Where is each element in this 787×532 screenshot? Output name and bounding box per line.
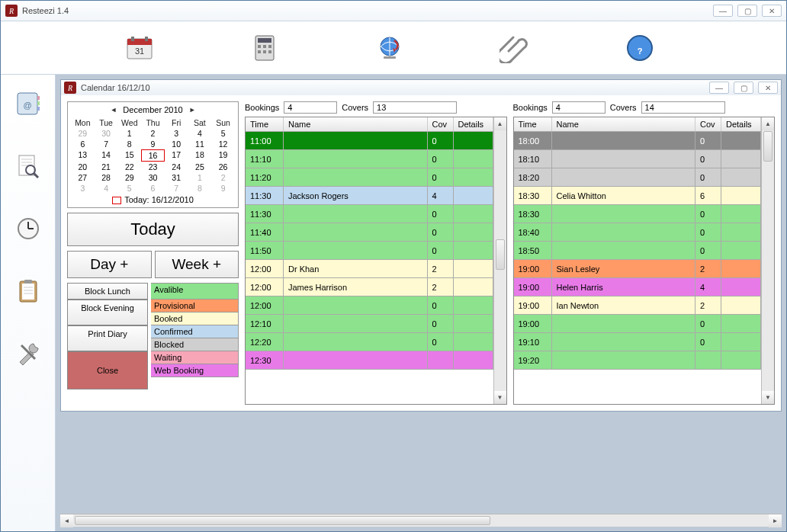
attachment-tool-icon[interactable]	[498, 31, 532, 65]
close-window-button[interactable]: ✕	[762, 5, 782, 17]
day-cell[interactable]: 31	[165, 172, 188, 183]
booking-row[interactable]: 19:00Helen Harris4	[514, 278, 762, 296]
sub-minimize-button[interactable]: —	[709, 82, 729, 94]
booking-row[interactable]: 11:300	[246, 205, 493, 223]
day-cell[interactable]: 8	[117, 139, 141, 149]
day-cell[interactable]: 19	[211, 149, 235, 162]
scroll-up-button[interactable]: ▲	[494, 117, 506, 130]
day-cell[interactable]: 2	[211, 172, 235, 183]
day-cell[interactable]: 17	[165, 149, 188, 162]
prev-month-button[interactable]: ◄	[110, 106, 117, 114]
next-month-button[interactable]: ►	[189, 106, 196, 114]
day-plus-button[interactable]: Day +	[67, 251, 152, 278]
contacts-icon[interactable]: @	[13, 88, 43, 119]
day-cell[interactable]: 10	[165, 139, 188, 149]
day-cell[interactable]: 5	[211, 128, 235, 139]
day-cell[interactable]: 13	[71, 149, 95, 162]
booking-row[interactable]: 19:000	[514, 315, 762, 333]
booking-row[interactable]: 19:20	[514, 351, 762, 370]
day-cell[interactable]: 30	[95, 128, 118, 139]
booking-row[interactable]: 12:200	[246, 333, 493, 351]
day-cell[interactable]: 12	[211, 139, 235, 149]
sub-close-button[interactable]: ✕	[758, 82, 778, 94]
booking-row[interactable]: 12:00James Harrison2	[246, 278, 493, 296]
scroll-up-button[interactable]: ▲	[762, 117, 774, 130]
block-evening-button[interactable]: Block Evening	[67, 300, 148, 325]
booking-row[interactable]: 11:100	[246, 150, 493, 168]
today-indicator[interactable]: Today: 16/12/2010	[71, 194, 235, 204]
day-cell[interactable]: 21	[95, 162, 118, 172]
scroll-down-button[interactable]: ▼	[494, 391, 506, 404]
booking-row[interactable]: 19:00Ian Newton2	[514, 296, 762, 315]
booking-row[interactable]: 11:500	[246, 242, 493, 260]
day-cell[interactable]: 9	[211, 183, 235, 194]
today-button[interactable]: Today	[67, 213, 239, 246]
scroll-thumb[interactable]	[763, 131, 773, 162]
right-covers-input[interactable]	[641, 101, 725, 114]
day-cell[interactable]: 27	[71, 172, 95, 183]
minimize-button[interactable]: —	[713, 5, 733, 17]
booking-row[interactable]: 18:300	[514, 205, 762, 223]
clipboard-icon[interactable]	[13, 276, 43, 306]
day-cell[interactable]: 20	[71, 162, 95, 172]
booking-row[interactable]: 18:100	[514, 150, 762, 168]
booking-row[interactable]: 19:00Sian Lesley2	[514, 260, 762, 278]
booking-row[interactable]: 18:200	[514, 168, 762, 187]
day-cell[interactable]: 24	[165, 162, 188, 172]
day-cell[interactable]: 3	[165, 128, 188, 139]
left-scrollbar[interactable]: ▲ ▼	[493, 117, 506, 404]
col-time[interactable]: Time	[246, 117, 284, 131]
day-cell[interactable]: 7	[165, 183, 188, 194]
block-lunch-button[interactable]: Block Lunch	[67, 283, 148, 300]
day-cell[interactable]: 2	[141, 128, 165, 139]
booking-row[interactable]: 18:000	[514, 132, 762, 150]
close-button[interactable]: Close	[67, 351, 148, 389]
day-cell[interactable]: 7	[95, 139, 118, 149]
col-name[interactable]: Name	[552, 117, 696, 131]
day-cell[interactable]: 5	[117, 183, 141, 194]
maximize-button[interactable]: ▢	[737, 5, 757, 17]
booking-row[interactable]: 18:500	[514, 242, 762, 260]
day-cell[interactable]: 9	[141, 139, 165, 149]
day-cell[interactable]: 16	[141, 149, 165, 162]
clock-icon[interactable]	[13, 213, 43, 244]
booking-row[interactable]: 19:100	[514, 333, 762, 351]
right-bookings-input[interactable]	[552, 101, 606, 114]
scroll-left-button[interactable]: ◄	[60, 514, 73, 527]
booking-row[interactable]: 12:00Dr Khan2	[246, 260, 493, 278]
h-scroll-thumb[interactable]	[75, 516, 490, 525]
help-tool-icon[interactable]: ?	[623, 31, 657, 65]
day-cell[interactable]: 29	[117, 172, 141, 183]
day-cell[interactable]: 25	[188, 162, 212, 172]
day-cell[interactable]: 22	[117, 162, 141, 172]
web-tool-icon[interactable]	[373, 31, 406, 65]
booking-row[interactable]: 18:30Celia Whitton6	[514, 187, 762, 205]
horizontal-scrollbar[interactable]: ◄ ►	[60, 514, 782, 527]
booking-row[interactable]: 11:400	[246, 223, 493, 242]
day-cell[interactable]: 23	[141, 162, 165, 172]
day-cell[interactable]: 3	[71, 183, 95, 194]
week-plus-button[interactable]: Week +	[155, 251, 239, 278]
tools-icon[interactable]	[13, 338, 43, 369]
left-bookings-input[interactable]	[284, 101, 337, 114]
col-cov[interactable]: Cov	[428, 117, 454, 131]
booking-row[interactable]: 11:200	[246, 168, 493, 187]
day-cell[interactable]: 1	[117, 128, 141, 139]
booking-row[interactable]: 11:30Jackson Rogers4	[246, 187, 493, 205]
day-cell[interactable]: 29	[71, 128, 95, 139]
search-doc-icon[interactable]	[13, 151, 43, 181]
scroll-right-button[interactable]: ►	[769, 514, 782, 527]
day-cell[interactable]: 8	[188, 183, 212, 194]
month-picker[interactable]: ◄ December 2010 ► MonTueWedThuFriSatSun2…	[67, 101, 239, 208]
booking-row[interactable]: 12:30	[246, 351, 493, 370]
right-scrollbar[interactable]: ▲ ▼	[761, 117, 774, 404]
scroll-down-button[interactable]: ▼	[762, 391, 774, 404]
col-name[interactable]: Name	[284, 117, 428, 131]
sub-maximize-button[interactable]: ▢	[734, 82, 753, 94]
day-cell[interactable]: 26	[211, 162, 235, 172]
day-cell[interactable]: 14	[95, 149, 118, 162]
day-cell[interactable]: 1	[188, 172, 212, 183]
col-time[interactable]: Time	[514, 117, 552, 131]
scroll-thumb[interactable]	[496, 239, 505, 270]
day-cell[interactable]: 11	[188, 139, 212, 149]
